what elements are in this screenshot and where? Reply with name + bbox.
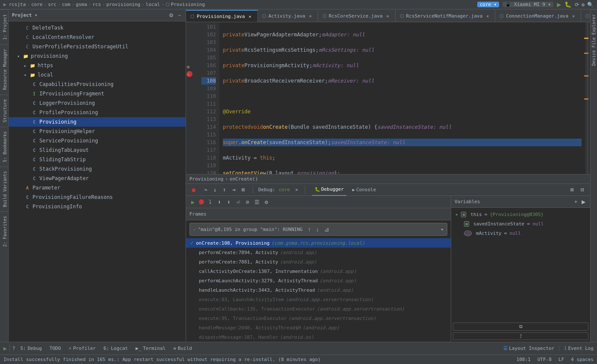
tree-item-delete-task[interactable]: C DeleteTask — [9, 23, 186, 33]
tree-item-provisioning-helper[interactable]: C ProvisioningHelper — [9, 127, 186, 136]
var-m-activity[interactable]: ○○ mActivity = null — [451, 228, 590, 238]
editor-scrollbar[interactable] — [585, 22, 590, 174]
layout-btn[interactable]: ⊞ — [568, 186, 576, 194]
add-watch-btn[interactable]: + — [573, 199, 579, 205]
bottom-tab-build[interactable]: ⚒ Build — [171, 342, 195, 355]
frame-9[interactable]: handleMessage:2040, ActivityThread$H (an… — [186, 323, 451, 332]
thread-dropdown[interactable]: ✓ "main"@8,195 in group "main": RUNNING … — [189, 223, 447, 236]
pause-stop-btn[interactable] — [199, 199, 204, 204]
tree-item-iprovisioning-fragment[interactable]: I IProvisioningFragment — [9, 89, 186, 98]
tree-item-local-folder[interactable]: ▾ 📁 local — [9, 70, 186, 80]
tree-item-parameter[interactable]: A Parameter — [9, 183, 186, 192]
tab-close-provisioning[interactable]: ✕ — [247, 13, 253, 19]
tree-item-provisioning-info[interactable]: C ProvisioningInfo — [9, 202, 186, 211]
sidebar-tab-build-variants[interactable]: Build Variants — [0, 166, 8, 211]
bottom-tab-terminal[interactable]: ▶_ Terminal — [133, 342, 168, 355]
frame-3[interactable]: callActivityOnCreate:1307, Instrumentati… — [186, 266, 451, 276]
thread-filter-btn[interactable]: ⊿ — [322, 225, 331, 234]
step-over-btn[interactable]: ↷ — [201, 186, 210, 194]
tab-close-rcs-notif[interactable]: ✕ — [485, 13, 491, 19]
sidebar-tab-project[interactable]: 1: Project — [0, 9, 8, 44]
sidebar-tab-structure[interactable]: Structure — [0, 95, 8, 127]
layout-inspector-link[interactable]: ☰ Layout Inspector — [503, 346, 554, 351]
bottom-tab-logcat[interactable]: 6: Logcat — [101, 342, 130, 355]
tree-item-local-content-resolver[interactable]: C LocalContentResolver — [9, 33, 186, 42]
tab-connection-manager[interactable]: ⬡ ConnectionManager.java ✕ — [495, 10, 581, 22]
tab-debugger[interactable]: 🐛 Debugger — [312, 184, 346, 196]
tree-item-provisioning[interactable]: C Provisioning — [9, 117, 186, 127]
tab-close-connection[interactable]: ✕ — [570, 13, 576, 19]
event-log-link[interactable]: 1 Event Log — [564, 346, 594, 351]
tab-activity-java[interactable]: ⬡ Activity.java ✕ — [258, 10, 318, 22]
var-saved-instance[interactable]: ≡ savedInstanceState = null — [451, 219, 590, 228]
tab-rcs-service-notif[interactable]: ⬡ RcsServiceNotifManager.java ✕ — [396, 10, 496, 22]
tree-item-capabilities-provisioning[interactable]: C CapabilitiesProvisioning — [9, 80, 186, 89]
mute-btn[interactable]: ⊘ — [243, 198, 252, 206]
sidebar-tab-resource-manager[interactable]: Resource Manager — [0, 44, 8, 94]
run-config[interactable]: core ▾ — [477, 2, 499, 7]
settings-icon[interactable]: ⚙ — [582, 2, 585, 8]
frame-7[interactable]: executeCallbacks:135, TransactionExecuto… — [186, 304, 451, 314]
frame-4[interactable]: performLaunchActivity:3279, ActivityThre… — [186, 276, 451, 285]
sidebar-tab-favorites[interactable]: 2: Favorites — [0, 211, 8, 251]
step-over-2[interactable]: ⤵ — [206, 198, 214, 206]
tab-provisioning-java[interactable]: ⬡ Provisioning.java ✕ — [186, 10, 258, 22]
minimize-button[interactable]: − — [177, 12, 182, 18]
frame-10[interactable]: dispatchMessage:107, Handler (android.os… — [186, 332, 451, 342]
expand-vars-btn[interactable]: ▶ — [580, 199, 587, 205]
frame-5[interactable]: handleLaunchActivity:3443, ActivityThrea… — [186, 285, 451, 295]
tree-item-sliding-tab-strip[interactable]: C SlidingTabStrip — [9, 155, 186, 164]
restore-btn[interactable]: ⊟ — [578, 186, 587, 194]
tree-item-sliding-tab-layout[interactable]: C SlidingTabLayout — [9, 145, 186, 155]
jump-to-source-btn[interactable]: ⤴ — [453, 332, 588, 340]
tree-item-provisioning-folder[interactable]: ▾ 📁 provisioning — [9, 51, 186, 61]
copy-value-btn[interactable]: ⧉ — [453, 323, 588, 331]
frame-2[interactable]: performCreate:7881, Activity (android.ap… — [186, 257, 451, 266]
search-icon[interactable]: 🔍 — [587, 2, 594, 8]
run-indicator[interactable]: ▶ — [3, 345, 7, 352]
var-this[interactable]: ▸ ≡ this = {Provisioning@8305} — [451, 210, 590, 219]
tree-item-view-pager-adapter[interactable]: C ViewPagerAdapter — [9, 174, 186, 183]
bottom-tab-todo[interactable]: TODO — [47, 342, 64, 355]
evaluate-btn[interactable]: ⊞ — [239, 186, 248, 194]
gear-button[interactable]: ⚙ — [168, 12, 175, 18]
tab-rcs-core-service[interactable]: ⬡ RcsCoreService.java ✕ — [318, 10, 396, 22]
run-button[interactable]: ▶ — [557, 0, 561, 9]
tree-item-service-provisioning[interactable]: C ServiceProvisioning — [9, 136, 186, 145]
step-out-btn[interactable]: ↑ — [220, 186, 229, 194]
run-cursor-2[interactable]: ⏎ — [234, 198, 242, 206]
thread-up-btn[interactable]: ↑ — [306, 225, 313, 234]
sidebar-tab-device-file-explorer[interactable]: Device File Explorer — [591, 9, 597, 70]
step-into-btn[interactable]: ↓ — [211, 186, 219, 194]
tree-item-stack-provisioning[interactable]: C StackProvisioning — [9, 164, 186, 174]
run-to-cursor-btn[interactable]: ⇥ — [230, 186, 238, 194]
tree-item-provisioning-failure[interactable]: C ProvisioningFailureReasons — [9, 192, 186, 202]
sidebar-tab-bookmarks[interactable]: 5: Bookmarks — [0, 127, 8, 166]
tab-local-content-resolv[interactable]: ⬡ LocalContentResolv... ✕ — [581, 10, 590, 22]
tree-item-profile-provisioning[interactable]: C ProfileProvisioning — [9, 108, 186, 117]
step-into-2[interactable]: ⬇ — [215, 198, 224, 206]
resume-btn[interactable]: ▶ — [189, 198, 197, 206]
thread-down-btn[interactable]: ↓ — [314, 225, 321, 234]
sync-icon[interactable]: ⟳ — [575, 2, 579, 8]
tab-close-activity[interactable]: ✕ — [307, 13, 313, 19]
view-btn[interactable]: ☰ — [253, 198, 261, 206]
step-out-2[interactable]: ⬆ — [225, 198, 233, 206]
tab-close-rcs-core[interactable]: ✕ — [385, 13, 391, 19]
debug-run-button[interactable]: 🐛 — [564, 1, 571, 8]
tree-item-logger-provisioning[interactable]: C LoggerProvisioning — [9, 98, 186, 108]
code-content[interactable]: private ViewPagerAdapter mAdapter; mAdap… — [219, 22, 585, 174]
settings-2[interactable]: ⚙ — [262, 198, 271, 206]
stop-button[interactable]: ■ — [189, 186, 198, 194]
tree-item-user-profile[interactable]: C UserProfilePersistedStorageUtil — [9, 42, 186, 51]
bottom-tab-debug[interactable]: 5: Debug — [18, 342, 44, 355]
debug-close-icon[interactable]: ✕ — [295, 187, 298, 192]
help-button[interactable]: ? — [12, 346, 15, 351]
frame-1[interactable]: performCreate:7894, Activity (android.ap… — [186, 248, 451, 257]
frame-6[interactable]: execute:83, LaunchActivityItem (android.… — [186, 295, 451, 304]
tree-item-https-folder[interactable]: ▸ 📁 https — [9, 61, 186, 70]
tab-console[interactable]: ▶ Console — [350, 184, 378, 196]
bottom-tab-profiler[interactable]: ⚡ Profiler — [66, 342, 98, 355]
frame-0[interactable]: ✓ onCreate:108, Provisioning (com.gsma.r… — [186, 238, 451, 248]
frame-8[interactable]: execute:95, TransactionExecutor (android… — [186, 314, 451, 323]
